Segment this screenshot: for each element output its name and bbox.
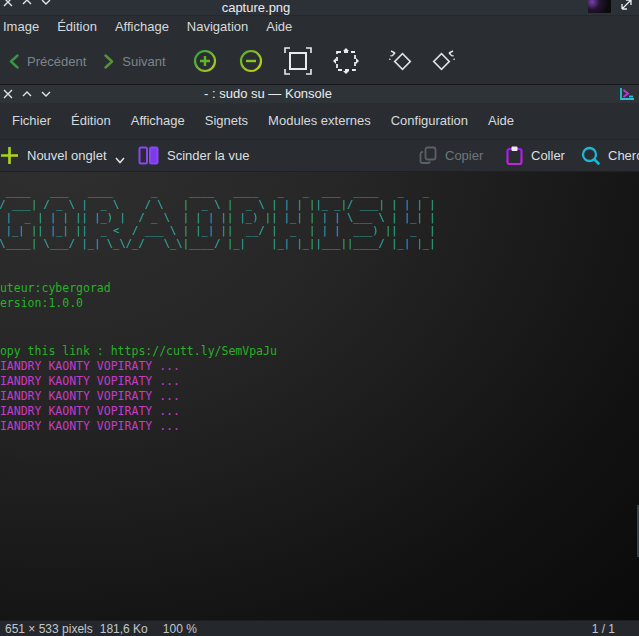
menu-fichier[interactable]: Fichier: [2, 110, 61, 132]
copy-label: Copier: [445, 148, 483, 163]
split-view-icon: [138, 146, 159, 165]
zoom-fit-button[interactable]: [284, 47, 312, 75]
next-button[interactable]: Suivant: [97, 43, 171, 79]
menu-edition[interactable]: Édition: [48, 16, 106, 38]
image-dimensions: 651 × 533 pixels: [5, 622, 93, 636]
gwenview-image-view[interactable]: - : sudo su — Konsole Fichier Édition Af…: [0, 85, 639, 620]
gwenview-titlebar[interactable]: capture.png: [0, 0, 639, 15]
image-index: 1 / 1: [592, 622, 615, 636]
plus-icon: [0, 146, 19, 165]
rotate-right-icon[interactable]: [432, 50, 458, 72]
previous-button[interactable]: Précédent: [2, 43, 92, 79]
ascii-banner: ____ ___ ____ _ ____ ____ _ _ ___ ____ _…: [0, 185, 639, 250]
paste-icon: [506, 146, 523, 165]
gwenview-statusbar: 651 × 533 pixels 181,6 Ko 100 % 1 / 1: [0, 620, 639, 636]
image-thumbnail: [588, 0, 611, 13]
desktop: capture.png Image Édition Affichage Navi…: [0, 0, 639, 636]
paste-button[interactable]: Coller: [506, 140, 565, 171]
split-view-label: Scinder la vue: [167, 148, 249, 163]
previous-label: Précédent: [27, 54, 86, 69]
terminal-status-line: MIANDRY KAONTY VOPIRATY ...: [0, 404, 639, 419]
phishing-link-line: Copy this link : https://cutt.ly/SemVpaJ…: [0, 344, 639, 359]
chevron-down-icon[interactable]: [115, 157, 125, 164]
file-size: 181,6 Ko: [100, 622, 148, 636]
paste-label: Coller: [531, 148, 565, 163]
search-button[interactable]: Chercher: [581, 140, 639, 171]
menu-signets[interactable]: Signets: [195, 110, 258, 132]
konsole-menubar: Fichier Édition Affichage Signets Module…: [0, 103, 639, 139]
terminal-status-line: MIANDRY KAONTY VOPIRATY ...: [0, 374, 639, 389]
close-icon: [3, 89, 13, 99]
terminal-status-line: MIANDRY KAONTY VOPIRATY ...: [0, 359, 639, 374]
terminal-output[interactable]: ____ ___ ____ _ ____ ____ _ _ ___ ____ _…: [0, 172, 639, 620]
chevron-left-icon: [8, 54, 20, 69]
zoom-level: 100 %: [163, 622, 197, 636]
menu-affichage[interactable]: Affichage: [121, 110, 195, 132]
new-tab-button[interactable]: Nouvel onglet: [0, 140, 125, 171]
rotate-left-icon[interactable]: [386, 50, 412, 72]
menu-aide[interactable]: Aide: [478, 110, 524, 132]
menu-aide[interactable]: Aide: [257, 16, 301, 38]
maximize-icon: [22, 89, 32, 99]
search-icon: [581, 146, 600, 165]
menu-modules-externes[interactable]: Modules externes: [258, 110, 381, 132]
new-tab-label: Nouvel onglet: [27, 148, 107, 163]
menu-navigation[interactable]: Navigation: [178, 16, 257, 38]
menu-image[interactable]: Image: [0, 16, 48, 38]
konsole-app-icon: [619, 87, 636, 101]
diagonal-arrow-icon[interactable]: [620, 0, 633, 11]
version-line: Version:1.0.0: [0, 296, 639, 311]
chevron-right-icon: [103, 54, 115, 69]
next-label: Suivant: [122, 54, 165, 69]
search-label: Chercher: [608, 148, 639, 163]
konsole-window-title: - : sudo su — Konsole: [36, 85, 500, 103]
zoom-in-button[interactable]: [192, 48, 218, 74]
actual-size-button[interactable]: [332, 47, 360, 75]
terminal-status-line: MIANDRY KAONTY VOPIRATY ...: [0, 419, 639, 434]
copy-icon: [419, 146, 437, 165]
author-line: Auteur:cybergorad: [0, 281, 639, 296]
gwenview-menubar: Image Édition Affichage Navigation Aide: [0, 15, 639, 38]
menu-affichage[interactable]: Affichage: [106, 16, 178, 38]
konsole-titlebar: - : sudo su — Konsole: [0, 85, 639, 103]
menu-configuration[interactable]: Configuration: [381, 110, 478, 132]
zoom-out-button[interactable]: [238, 48, 264, 74]
window-title: capture.png: [0, 0, 512, 15]
konsole-toolbar: Nouvel onglet Scinder la vue: [0, 139, 639, 172]
terminal-status-line: MIANDRY KAONTY VOPIRATY ...: [0, 389, 639, 404]
copy-button[interactable]: Copier: [419, 140, 483, 171]
menu-edition[interactable]: Édition: [61, 110, 121, 132]
split-view-button[interactable]: Scinder la vue: [138, 140, 249, 171]
gwenview-toolbar: Précédent Suivant: [0, 38, 639, 85]
